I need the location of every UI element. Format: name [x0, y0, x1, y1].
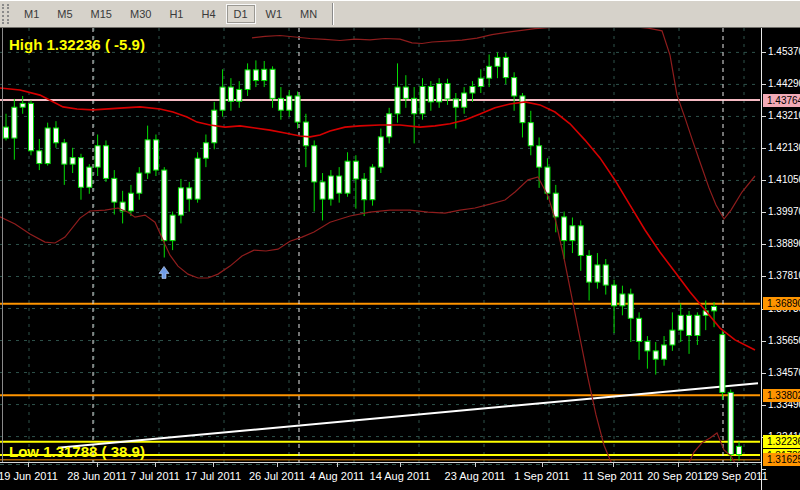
date-axis[interactable]: 19 Jun 201128 Jun 20117 Jul 201117 Jul 2… [0, 463, 761, 490]
candle-body [228, 87, 233, 101]
price-axis-tick [762, 244, 766, 245]
timeframe-button-mn[interactable]: MN [292, 4, 325, 24]
timeframe-button-w1[interactable]: W1 [258, 4, 291, 24]
candle-body [628, 294, 633, 318]
candle-body [503, 57, 508, 77]
timeframe-button-h4[interactable]: H4 [193, 4, 223, 24]
date-label: 1 Sep 2011 [514, 470, 569, 482]
candle-body [278, 98, 283, 110]
candle-body [303, 122, 308, 146]
price-axis-label: 1.43210 [768, 110, 800, 121]
candle-body [37, 151, 42, 164]
candle-body [320, 182, 325, 199]
price-axis-tick [762, 405, 766, 406]
candle-body [178, 188, 183, 215]
bollinger-middle-band [0, 88, 755, 350]
candle-body [720, 335, 725, 393]
timeframe-button-m5[interactable]: M5 [49, 4, 80, 24]
candle-body [237, 89, 242, 101]
price-badge-1.33802: 1.33802 [763, 389, 800, 402]
candle-body [445, 84, 450, 99]
price-axis-tick [762, 341, 766, 342]
date-axis-tick [97, 463, 98, 467]
candle-body [653, 351, 658, 359]
date-label: 28 Jun 2011 [67, 470, 127, 482]
date-axis-tick [400, 463, 401, 467]
price-chart-canvas[interactable] [0, 28, 761, 462]
candle-body [728, 392, 733, 454]
price-badge-1.36890: 1.36890 [763, 297, 800, 310]
price-badge-1.31625: 1.31625 [763, 453, 800, 466]
date-label: 29 Sep 2011 [706, 470, 768, 482]
date-axis-tick [542, 463, 543, 467]
mt4-chart-window: M1M5M15M30H1H4D1W1MN High 1.32236 ( -5.9… [0, 0, 800, 490]
price-axis-tick [762, 52, 766, 53]
candle-body [62, 143, 67, 164]
candle-body [687, 315, 692, 335]
candle-body [670, 330, 675, 345]
timeframe-button-h1[interactable]: H1 [161, 4, 191, 24]
candle-body [262, 69, 267, 80]
price-axis-tick [762, 84, 766, 85]
timeframe-button-m30[interactable]: M30 [122, 4, 159, 24]
candle-body [145, 140, 150, 173]
candle-body [645, 341, 650, 350]
candle-body [437, 84, 442, 102]
timeframe-button-m1[interactable]: M1 [16, 4, 47, 24]
price-axis-tick [762, 373, 766, 374]
toolbar-drag-handle-icon[interactable] [2, 4, 9, 24]
price-axis-tick [762, 212, 766, 213]
price-axis[interactable]: 1.453701.442901.432101.421301.410501.399… [761, 28, 800, 490]
date-label: 4 Aug 2011 [310, 470, 365, 482]
candle-body [4, 127, 9, 138]
candle-body [562, 217, 567, 241]
candle-body [220, 87, 225, 110]
candle-body [520, 96, 525, 123]
candle-body [553, 193, 558, 217]
candle-body [312, 146, 317, 182]
date-axis-tick [678, 463, 679, 467]
price-axis-label: 1.41050 [768, 174, 800, 185]
chart-plot-area[interactable] [0, 28, 761, 462]
candle-body [403, 87, 408, 98]
candle-body [353, 161, 358, 179]
price-axis-label: 1.38890 [768, 238, 800, 249]
candle-body [112, 178, 117, 202]
price-axis-label: 1.45370 [768, 46, 800, 57]
date-label: 14 Aug 2011 [370, 470, 431, 482]
date-axis-tick [475, 463, 476, 467]
candle-body [478, 78, 483, 86]
price-axis-label: 1.44290 [768, 78, 800, 89]
toolbar-separator [332, 3, 334, 25]
date-label: 11 Sep 2011 [583, 470, 644, 482]
candle-body [187, 188, 192, 199]
candle-body [528, 123, 533, 146]
candle-body [345, 161, 350, 193]
candle-body [78, 158, 83, 188]
timeframe-button-d1[interactable]: D1 [226, 4, 256, 24]
price-axis-label: 1.37810 [768, 270, 800, 281]
timeframe-button-m15[interactable]: M15 [83, 4, 120, 24]
price-axis-label: 1.34570 [768, 367, 800, 378]
window-left-edge [2, 28, 3, 490]
candle-body [495, 57, 500, 66]
candle-body [337, 176, 342, 193]
low-annotation: Low 1.31788 ( 38.9) [9, 443, 145, 460]
bollinger-upper-band [252, 28, 755, 219]
candle-body [153, 140, 158, 170]
candle-body [578, 226, 583, 256]
candle-body [412, 98, 417, 113]
date-label: 20 Sep 2011 [647, 470, 709, 482]
date-label: 7 Jul 2011 [130, 470, 180, 482]
candle-body [612, 285, 617, 306]
candle-body [637, 318, 642, 341]
candle-body [587, 255, 592, 282]
candle-body [378, 137, 383, 167]
candle-body [420, 86, 425, 113]
candle-body [195, 158, 200, 199]
candle-body [595, 265, 600, 282]
price-badge-1.32236: 1.32236 [763, 435, 800, 448]
candle-body [203, 143, 208, 158]
candle-body [512, 78, 517, 96]
candle-body [28, 103, 33, 150]
